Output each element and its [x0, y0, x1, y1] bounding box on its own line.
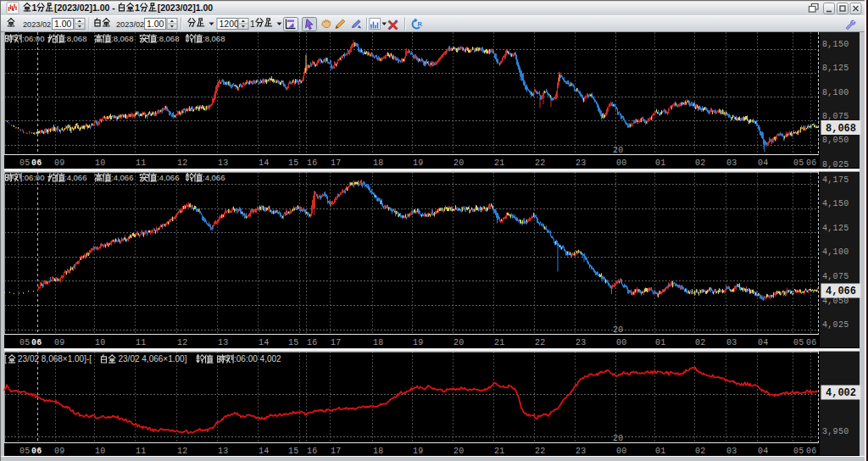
- svg-text::4,066: :4,066: [203, 173, 225, 182]
- svg-text:23: 23: [576, 338, 586, 347]
- svg-text:12: 12: [177, 338, 187, 347]
- svg-text:10: 10: [95, 158, 105, 168]
- svg-text:13: 13: [218, 338, 228, 347]
- svg-text:06: 06: [806, 338, 816, 347]
- svg-text:09: 09: [54, 338, 64, 347]
- svg-text:18: 18: [373, 338, 383, 347]
- svg-text::06:00: :06:00: [22, 173, 44, 182]
- svg-text:06: 06: [31, 158, 42, 168]
- svg-text:00: 00: [616, 447, 626, 456]
- svg-text:8,050: 8,050: [822, 136, 849, 145]
- svg-text::8,068: :8,068: [111, 34, 133, 43]
- svg-text:05: 05: [793, 447, 804, 456]
- svg-text:20: 20: [613, 434, 623, 443]
- svg-text:05: 05: [793, 158, 804, 168]
- svg-text:R: R: [418, 20, 423, 28]
- svg-text:14: 14: [259, 338, 269, 347]
- svg-text::8,068: :8,068: [64, 34, 86, 43]
- svg-text:06: 06: [31, 447, 42, 456]
- svg-text:10: 10: [95, 447, 105, 456]
- svg-text:21: 21: [494, 158, 504, 168]
- svg-text:19: 19: [413, 338, 423, 347]
- svg-text:11: 11: [136, 158, 146, 168]
- svg-text:8,100: 8,100: [822, 88, 849, 97]
- svg-text:09: 09: [54, 158, 64, 168]
- svg-text:20: 20: [453, 447, 464, 456]
- svg-text:01: 01: [655, 158, 665, 168]
- svg-text::06:00 4,002: :06:00 4,002: [234, 354, 281, 364]
- svg-text:02: 02: [695, 338, 705, 347]
- svg-text:20: 20: [613, 325, 623, 335]
- svg-text:23: 23: [576, 158, 586, 168]
- svg-text:05: 05: [19, 338, 30, 347]
- svg-text:18: 18: [373, 158, 383, 168]
- svg-text:11: 11: [136, 338, 146, 347]
- svg-text:4,002: 4,002: [826, 387, 856, 399]
- svg-text:02: 02: [695, 447, 705, 456]
- svg-text:1: 1: [250, 19, 255, 29]
- svg-text:20: 20: [613, 146, 623, 155]
- svg-text:16: 16: [307, 338, 317, 347]
- svg-text:8,125: 8,125: [822, 64, 849, 73]
- svg-text:12: 12: [177, 158, 187, 168]
- svg-text:04: 04: [758, 447, 768, 456]
- svg-text:1200: 1200: [220, 19, 240, 29]
- svg-text:13: 13: [218, 447, 228, 456]
- svg-text:05: 05: [19, 158, 30, 168]
- svg-text:21: 21: [494, 338, 504, 347]
- svg-text:8,025: 8,025: [822, 160, 849, 169]
- svg-text:15: 15: [288, 338, 298, 347]
- svg-text::8,068: :8,068: [203, 34, 225, 43]
- svg-text:20: 20: [453, 158, 464, 168]
- svg-text:22: 22: [535, 158, 545, 168]
- svg-text:4,075: 4,075: [822, 272, 849, 281]
- svg-text:04: 04: [758, 158, 768, 168]
- svg-text::06:00: :06:00: [22, 34, 44, 43]
- svg-text:16: 16: [307, 158, 317, 168]
- svg-text::4,066: :4,066: [111, 173, 133, 182]
- svg-text:8,068: 8,068: [826, 123, 856, 135]
- svg-text:13: 13: [218, 158, 228, 168]
- svg-text:03: 03: [726, 338, 737, 347]
- svg-text:3,950: 3,950: [822, 427, 849, 436]
- svg-text:05: 05: [793, 338, 804, 347]
- svg-text:4,100: 4,100: [822, 247, 849, 257]
- svg-text:17: 17: [331, 158, 341, 168]
- svg-text:23/02 8,068×1.00]-[: 23/02 8,068×1.00]-[: [18, 354, 92, 364]
- svg-text:01: 01: [655, 447, 665, 456]
- svg-text:[2023/02]1.00 -: [2023/02]1.00 -: [54, 3, 115, 13]
- svg-text:17: 17: [331, 447, 341, 456]
- svg-text:15: 15: [288, 447, 298, 456]
- svg-text:16: 16: [307, 447, 317, 456]
- svg-text:22: 22: [535, 447, 545, 456]
- svg-text:4,150: 4,150: [822, 199, 849, 208]
- svg-text:[: [: [4, 354, 7, 364]
- svg-text:1.00: 1.00: [147, 19, 164, 29]
- svg-text:1: 1: [31, 3, 36, 13]
- svg-text:20: 20: [453, 338, 464, 347]
- svg-text:15: 15: [288, 158, 298, 168]
- svg-text:11: 11: [136, 447, 146, 456]
- svg-text:4,175: 4,175: [822, 175, 849, 185]
- svg-text:06: 06: [806, 447, 816, 456]
- svg-text:09: 09: [54, 447, 64, 456]
- svg-text:14: 14: [259, 158, 269, 168]
- svg-text:8,075: 8,075: [822, 112, 849, 121]
- svg-text:14: 14: [259, 447, 269, 456]
- svg-text:4,125: 4,125: [822, 224, 849, 233]
- svg-text::8,068: :8,068: [157, 34, 179, 43]
- svg-text:19: 19: [413, 447, 423, 456]
- svg-text:03: 03: [726, 447, 737, 456]
- svg-text:23: 23: [576, 447, 586, 456]
- svg-text:4,025: 4,025: [822, 320, 849, 330]
- svg-text::4,066: :4,066: [64, 173, 86, 182]
- svg-text:4,066: 4,066: [826, 286, 856, 297]
- svg-text:2023/02: 2023/02: [116, 20, 144, 29]
- svg-text:00: 00: [616, 158, 626, 168]
- svg-text:23/02 4,066×1.00]: 23/02 4,066×1.00]: [119, 354, 187, 364]
- svg-text:17: 17: [331, 338, 341, 347]
- svg-text:01: 01: [655, 338, 665, 347]
- svg-text:04: 04: [758, 338, 768, 347]
- svg-text:00: 00: [616, 338, 626, 347]
- svg-text:18: 18: [373, 447, 383, 456]
